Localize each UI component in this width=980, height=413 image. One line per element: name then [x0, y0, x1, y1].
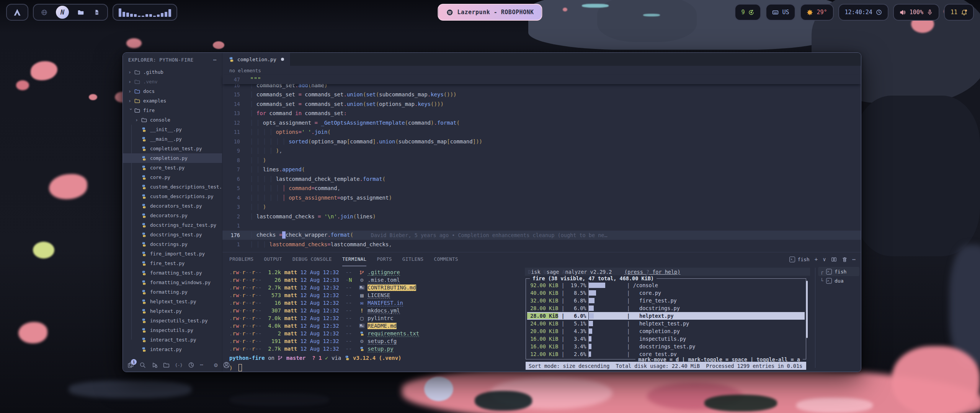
notifications-widget[interactable]: 11	[944, 4, 974, 21]
file-link[interactable]: LICENSE	[368, 292, 390, 299]
code-line-current[interactable]: 176│ checks =check_wrapper.format(David …	[222, 231, 861, 240]
tree-item-helptext_test.py[interactable]: helptext_test.py	[123, 297, 222, 306]
line-number: 2	[222, 213, 250, 220]
tree-item-docstrings.py[interactable]: docstrings.py	[123, 239, 222, 249]
file-link[interactable]: pylintrc	[368, 315, 393, 321]
tree-item-completion.py[interactable]: completion.py	[123, 153, 222, 163]
tree-item-fire_test.py[interactable]: fire_test.py	[123, 259, 222, 268]
debug-icon[interactable]	[151, 361, 158, 369]
folder-icon[interactable]	[77, 8, 85, 16]
dua-row-console[interactable]: 92.00 KiB | 19.7% | /console	[527, 281, 805, 289]
tree-item-docs[interactable]: ›docs	[123, 86, 222, 96]
tree-item-__init__.py[interactable]: __init__.py	[123, 125, 222, 134]
dua-row-fire_test.py[interactable]: 32.00 KiB | 6.8% | fire_test.py	[527, 297, 805, 304]
panel-tab-terminal[interactable]: TERMINAL	[342, 252, 366, 266]
trash-icon[interactable]	[842, 257, 848, 262]
tree-item-decorators_test.py[interactable]: decorators_test.py	[123, 201, 222, 211]
dua-filename: docstrings_test.py	[633, 343, 696, 350]
sticky-scroll-line[interactable]: 47"""	[222, 75, 861, 84]
timer-icon[interactable]	[188, 361, 194, 369]
dua-row-completion.py[interactable]: 20.00 KiB | 4.3% | completion.py	[527, 327, 805, 335]
tree-item-fire[interactable]: ›fire	[123, 106, 222, 115]
file-link[interactable]: setup.py	[368, 346, 393, 352]
tree-item-custom_descriptions_test.[interactable]: custom_descriptions_test.…	[123, 182, 222, 192]
tree-item-core.py[interactable]: core.py	[123, 172, 222, 182]
dua-row-inspectutils.py[interactable]: 16.00 KiB | 3.4% | inspectutils.py	[527, 335, 805, 343]
tree-item-docstrings_fuzz_test.py[interactable]: docstrings_fuzz_test.py	[123, 220, 222, 230]
panel-tab-output[interactable]: OUTPUT	[264, 252, 282, 266]
tree-item-formatting_windows.py[interactable]: formatting_windows.py	[123, 278, 222, 287]
dua-row-core.py[interactable]: 40.00 KiB | 8.5% | core.py	[527, 289, 805, 297]
dua-row-docstrings_test.py[interactable]: 16.00 KiB | 3.4% | docstrings_test.py	[527, 343, 805, 350]
updates-widget[interactable]: 9	[735, 4, 761, 21]
tree-item-core_test.py[interactable]: core_test.py	[123, 163, 222, 172]
line-number: 1	[222, 241, 250, 247]
folder-icon[interactable]	[163, 361, 170, 369]
git-blame-annotation: David Bieber, 5 years ago • Completion e…	[371, 232, 608, 238]
tree-item-completion_test.py[interactable]: completion_test.py	[123, 144, 222, 153]
tree-item-docstrings_test.py[interactable]: docstrings_test.py	[123, 230, 222, 239]
tree-item-.github[interactable]: ›.github	[123, 67, 222, 77]
weather-widget[interactable]: 29°	[800, 4, 833, 21]
chevron-down-icon[interactable]: ∨	[823, 256, 826, 262]
tree-item-inspectutils_test.py[interactable]: inspectutils_test.py	[123, 316, 222, 325]
ellipsis-icon[interactable]: ⋯	[213, 57, 217, 63]
tab-completion-py[interactable]: completion.py	[222, 53, 291, 66]
file-link[interactable]: mkdocs.yml	[368, 307, 400, 314]
dua-row-docstrings.py[interactable]: 28.00 KiB | 6.0% | docstrings.py	[527, 304, 805, 312]
code-editor[interactable]: 16│ commands_set.add(name)15│ commands_s…	[222, 84, 861, 252]
panel-tab-debug-console[interactable]: DEBUG CONSOLE	[292, 252, 332, 266]
panel-divider[interactable]	[815, 268, 815, 368]
tree-item-formatting_test.py[interactable]: formatting_test.py	[123, 268, 222, 278]
file-link[interactable]: requirements.txt	[368, 330, 419, 337]
tree-item-decorators.py[interactable]: decorators.py	[123, 211, 222, 220]
file-link[interactable]: MANIFEST.in	[368, 300, 403, 306]
search-icon[interactable]	[139, 361, 146, 369]
tree-item-helptext.py[interactable]: helptext.py	[123, 306, 222, 316]
split-icon[interactable]	[831, 257, 837, 262]
tree-item-formatting.py[interactable]: formatting.py	[123, 287, 222, 297]
tree-item-inspectutils.py[interactable]: inspectutils.py	[123, 325, 222, 335]
dua-scrollbar[interactable]	[806, 281, 808, 338]
terminal-list-item-dua[interactable]: └>_dua	[818, 276, 859, 285]
tree-item-console[interactable]: ›console	[123, 115, 222, 125]
dua-row-helptext_test.py[interactable]: 24.00 KiB | 5.1% | helptext_test.py	[527, 320, 805, 327]
tree-item-fire_import_test.py[interactable]: fire_import_test.py	[123, 249, 222, 259]
tree-item-examples[interactable]: ›examples	[123, 96, 222, 106]
ellipsis-icon[interactable]: ⋯	[200, 361, 203, 369]
shell-prompt-char-line[interactable]: )	[229, 364, 242, 371]
files-icon[interactable]: 1	[127, 361, 134, 369]
file-icon[interactable]	[93, 8, 101, 16]
modified-dot-icon[interactable]	[281, 58, 284, 61]
keyboard-layout-widget[interactable]: US	[766, 4, 795, 21]
gear-icon[interactable]: ⚙	[214, 361, 218, 369]
media-player-widget[interactable]: Lazerpunk - ROBOPHONK	[438, 4, 542, 21]
tree-item-interact.py[interactable]: interact.py	[123, 345, 222, 354]
file-link[interactable]: CONTRIBUTING.md	[368, 285, 416, 291]
ellipsis-icon[interactable]: ⋯	[853, 256, 856, 262]
file-link[interactable]: README.md	[368, 323, 397, 329]
file-link[interactable]: .gitignore	[368, 269, 400, 276]
file-link[interactable]: .mise.toml	[368, 277, 400, 283]
panel-tab-problems[interactable]: PROBLEMS	[229, 252, 253, 266]
tree-item-.venv[interactable]: ›.venv	[123, 77, 222, 86]
clock-widget[interactable]: 12:40:24	[838, 4, 889, 21]
plus-icon[interactable]: +	[815, 256, 818, 262]
audio-widget[interactable]: 100%	[893, 4, 939, 21]
brackets-icon[interactable]: {-}	[175, 361, 183, 369]
panel-tab-gitlens[interactable]: GITLENS	[402, 252, 423, 266]
launcher-button[interactable]	[6, 4, 28, 21]
audio-visualizer-widget[interactable]	[113, 4, 177, 21]
workspace-active-N[interactable]: N	[56, 6, 69, 19]
tree-item-__main__.py[interactable]: __main__.py	[123, 134, 222, 144]
dua-filename: helptext.py	[633, 313, 674, 319]
globe-icon[interactable]	[40, 8, 48, 16]
terminal-list-item-fish[interactable]: ┌>_fish	[818, 267, 859, 276]
file-link[interactable]: setup.cfg	[368, 338, 397, 345]
dua-row-helptext.py[interactable]: 28.00 KiB | 6.0% | helptext.py	[527, 312, 805, 320]
panel-tab-ports[interactable]: PORTS	[377, 252, 392, 266]
panel-tab-comments[interactable]: COMMENTS	[434, 252, 458, 266]
tree-item-custom_descriptions.py[interactable]: custom_descriptions.py	[123, 192, 222, 201]
tree-item-interact_test.py[interactable]: interact_test.py	[123, 335, 222, 345]
breadcrumb[interactable]: no elements	[222, 66, 861, 75]
